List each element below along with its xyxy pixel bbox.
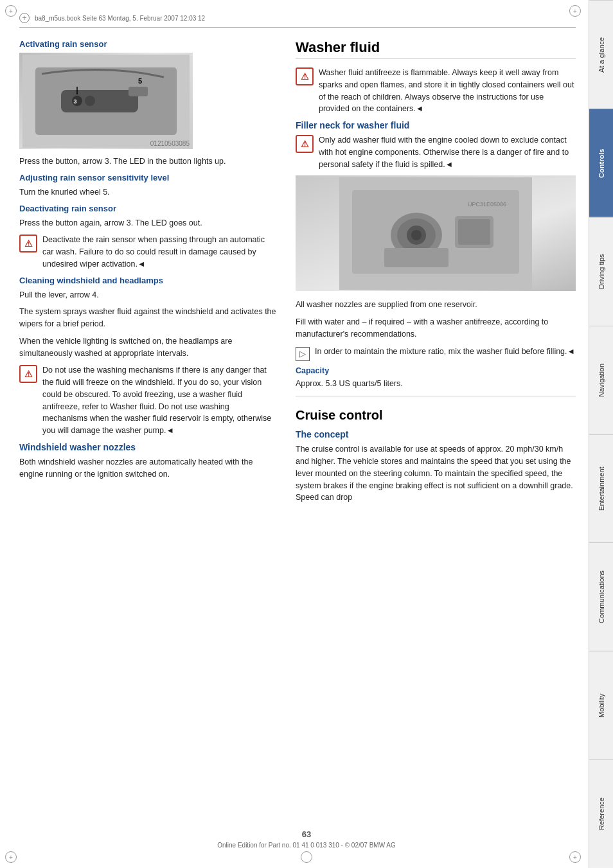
svg-point-5 [85, 96, 95, 106]
warning-icon-cleaning: ⚠ [19, 365, 37, 383]
washer-fluid-title: Washer fluid [296, 39, 576, 59]
deactivating-rain-sensor-heading: Deactivating rain sensor [19, 204, 276, 213]
tab-at-a-glance[interactable]: At a glance [589, 0, 613, 109]
capacity-value: Approx. 5.3 US quarts/5 liters. [296, 378, 576, 390]
car-img-label: 01210503085 [150, 140, 190, 147]
deactivating-warning-text: Deactivate the rain sensor when passing … [42, 234, 276, 270]
tab-communications[interactable]: Communications [589, 542, 613, 651]
washer-fluid-warning: ⚠ Washer fluid antifreeze is flammable. … [296, 67, 576, 115]
washer-fluid-note: ▷ In order to maintain the mixture ratio… [296, 346, 576, 361]
washer-fluid-note-text: In order to maintain the mixture ratio, … [315, 346, 575, 358]
side-navigation: At a glance Controls Driving tips Naviga… [589, 0, 613, 868]
windshield-washer-nozzles-heading: Windshield washer nozzles [19, 442, 276, 452]
tab-navigation[interactable]: Navigation [589, 326, 613, 434]
washer-fluid-warning-text: Washer fluid antifreeze is flammable. Al… [319, 67, 576, 115]
page-number: 63 [217, 829, 396, 839]
activating-rain-sensor-heading: Activating rain sensor [19, 39, 276, 49]
cleaning-windshield-body3: When the vehicle lighting is switched on… [19, 335, 276, 360]
filler-neck-heading: Filler neck for washer fluid [296, 120, 576, 130]
header-bar: ba8_m5us.book Seite 63 Montag, 5. Februa… [19, 13, 576, 28]
corner-crosshair-tr: + [569, 5, 581, 17]
tab-mobility[interactable]: Mobility [589, 651, 613, 759]
tab-reference[interactable]: Reference [589, 759, 613, 868]
center-bottom-mark [301, 851, 312, 863]
page-footer: 63 Online Edition for Part no. 01 41 0 0… [217, 829, 396, 849]
adjusting-sensitivity-body: Turn the knurled wheel 5. [19, 186, 276, 199]
note-icon: ▷ [296, 347, 310, 361]
deactivating-warning: ⚠ Deactivate the rain sensor when passin… [19, 234, 276, 270]
svg-text:5: 5 [138, 77, 142, 85]
svg-point-14 [411, 230, 422, 240]
copyright-text: Online Edition for Part no. 01 41 0 013 … [217, 842, 396, 849]
warning-icon-deactivate: ⚠ [19, 235, 37, 252]
cruise-control-title: Cruise control [296, 408, 576, 423]
corner-crosshair-tl: + [5, 5, 17, 17]
windshield-washer-nozzles-body: Both windshield washer nozzles are autom… [19, 456, 276, 481]
washer-fluid-body2: Fill with water and – if required – with… [296, 316, 576, 341]
cleaning-warning-text: Do not use the washing mechanisms if the… [42, 364, 276, 437]
tab-controls[interactable]: Controls [589, 109, 613, 217]
section-divider [296, 396, 576, 396]
right-column: Washer fluid ⚠ Washer fluid antifreeze i… [296, 39, 576, 509]
warning-icon-filler: ⚠ [296, 135, 314, 153]
header-crosshair [19, 13, 30, 23]
svg-rect-3 [129, 87, 148, 96]
svg-rect-17 [384, 248, 449, 267]
filler-neck-warning: ⚠ Only add washer fluid with the engine … [296, 134, 576, 170]
corner-crosshair-bl: + [5, 851, 17, 863]
activating-rain-sensor-body: Press the button, arrow 3. The LED in th… [19, 155, 276, 168]
tab-entertainment[interactable]: Entertainment [589, 434, 613, 543]
cleaning-windshield-heading: Cleaning windshield and headlamps [19, 276, 276, 285]
corner-crosshair-br: + [569, 851, 581, 863]
deactivating-rain-sensor-body: Press the button again, arrow 3. The LED… [19, 217, 276, 229]
header-text: ba8_m5us.book Seite 63 Montag, 5. Februa… [35, 15, 205, 22]
svg-rect-16 [458, 219, 490, 245]
capacity-heading: Capacity [296, 366, 576, 375]
rain-sensor-image: 3 5 01210503085 [19, 53, 193, 149]
washer-fluid-body1: All washer nozzles are supplied from one… [296, 299, 576, 311]
washer-fluid-image: UPC31E05086 [296, 175, 576, 291]
the-concept-body: The cruise control is available for use … [296, 443, 576, 504]
adjusting-sensitivity-heading: Adjusting rain sensor sensitivity level [19, 173, 276, 182]
cleaning-warning: ⚠ Do not use the washing mechanisms if t… [19, 364, 276, 437]
svg-text:UPC31E05086: UPC31E05086 [468, 201, 506, 208]
tab-driving-tips[interactable]: Driving tips [589, 217, 613, 326]
the-concept-heading: The concept [296, 429, 576, 439]
svg-text:3: 3 [73, 98, 76, 105]
left-column: Activating rain sensor [19, 39, 276, 509]
cleaning-windshield-body2: The system sprays washer fluid against t… [19, 306, 276, 330]
warning-icon-washer: ⚠ [296, 67, 314, 85]
cleaning-windshield-body1: Pull the lever, arrow 4. [19, 289, 276, 301]
filler-neck-warning-text: Only add washer fluid with the engine co… [319, 134, 576, 170]
